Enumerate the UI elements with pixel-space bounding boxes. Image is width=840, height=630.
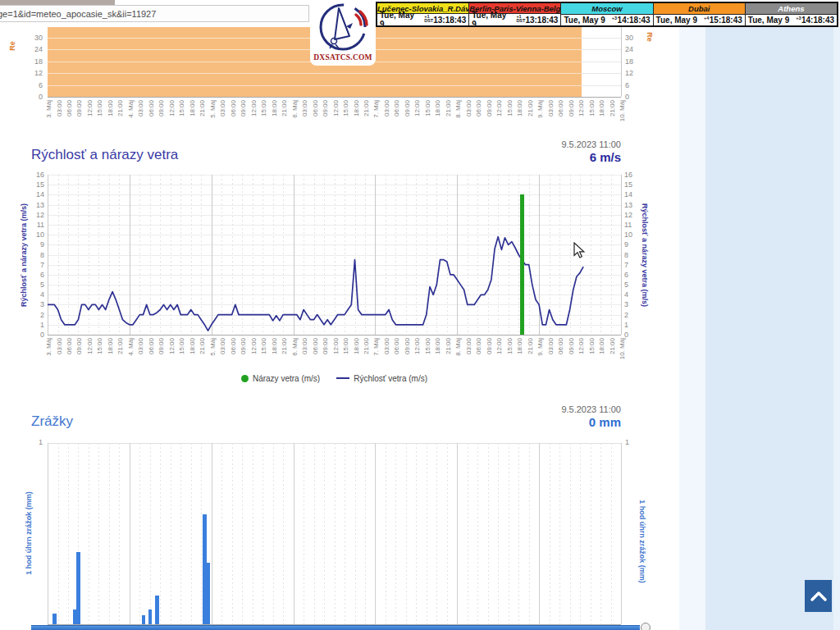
wind-ytick: 11 <box>624 221 642 229</box>
minor-gridline <box>160 443 161 624</box>
clock-city: Dubai <box>654 3 745 15</box>
clock-column: Lučenec-Slovakia_R.DávidTue, May 9+1DST1… <box>377 3 468 25</box>
clock-column: DubaiTue, May 9+415:18:43 <box>653 3 745 25</box>
clock-column: AthensTue, May 9+314:18:43 <box>745 3 837 25</box>
clock-date: Tue, May 9 <box>564 16 605 25</box>
top-ytick: 30 <box>25 34 43 42</box>
wind-ytick: 11 <box>26 221 44 229</box>
minor-gridline <box>171 443 171 624</box>
dxsatcs-logo[interactable]: DXSATCS.COM <box>310 2 376 66</box>
minor-gridline <box>345 443 345 624</box>
right-scrollbar-track[interactable] <box>833 27 840 630</box>
legend-item-speed[interactable]: Rýchlosť vetra (m/s) <box>336 374 427 383</box>
day-gridline <box>212 443 212 624</box>
wind-ytick: 16 <box>624 171 642 179</box>
top-ytick: 30 <box>625 34 643 42</box>
status-url-text: ge=1&id=meteo_apocasie_sk&ii=11927 <box>0 9 156 19</box>
minor-gridline <box>447 443 448 624</box>
range-selector-handle[interactable] <box>641 623 651 630</box>
clock-date: Tue, May 9 <box>748 16 789 25</box>
wind-ytick: 1 <box>26 321 44 329</box>
minor-gridline <box>89 443 89 624</box>
wind-chart-plot[interactable] <box>48 175 621 336</box>
clock-time: 13:18:43 <box>433 16 466 25</box>
clock-utc-offset: +1DST <box>516 15 525 23</box>
minor-gridline <box>611 443 612 624</box>
minor-gridline <box>436 443 437 624</box>
wind-ytick: 5 <box>26 281 44 289</box>
minor-gridline <box>324 443 325 624</box>
minor-gridline <box>518 443 519 624</box>
wind-ytick: 3 <box>624 300 642 308</box>
wind-ytick: 13 <box>624 201 642 209</box>
wind-ytick: 5 <box>624 281 642 289</box>
minor-gridline <box>570 443 571 624</box>
top-ytick: 12 <box>625 69 643 77</box>
minor-gridline <box>416 443 417 624</box>
rain-ytick-left: 1 <box>25 438 43 446</box>
minor-gridline <box>335 443 336 624</box>
minor-gridline <box>355 443 356 624</box>
wind-ytick: 4 <box>624 290 642 299</box>
minor-gridline <box>221 443 222 624</box>
range-selector-strip[interactable] <box>31 625 640 630</box>
rain-timestamp: 9.5.2023 11:00 <box>416 404 621 414</box>
minor-gridline <box>253 443 253 624</box>
right-panel <box>705 27 840 630</box>
wind-legend: Nárazy vetra (m/s) Rýchlosť vetra (m/s) <box>48 374 621 383</box>
wind-ytick: 9 <box>624 240 642 249</box>
clock-utc-offset: +4 <box>704 16 709 21</box>
rain-ytick-right: 1 <box>625 438 643 446</box>
minor-gridline <box>232 443 233 624</box>
right-pale-gutter <box>679 27 705 630</box>
minor-gridline <box>365 443 366 624</box>
weather-page: 3024181260 3024181260 3. Máj03:0006:0009… <box>0 0 840 630</box>
rain-ylabel-left: 1 hod úhrn zrážok (mm) <box>25 533 108 541</box>
clock-utc-offset: +3 <box>612 16 617 21</box>
wind-ytick: 12 <box>26 211 44 219</box>
speed-line-icon <box>336 377 349 379</box>
minor-gridline <box>477 443 478 624</box>
rain-current-readout: 9.5.2023 11:00 0 mm <box>416 404 621 429</box>
top-ytick: 24 <box>25 45 43 53</box>
minor-gridline <box>283 443 284 624</box>
wind-ytick: 12 <box>624 211 642 219</box>
wind-ytick: 1 <box>624 321 642 329</box>
minor-gridline <box>262 443 263 624</box>
x-tick-label: 10. Máj <box>619 100 640 107</box>
scroll-to-top-button[interactable] <box>805 580 832 612</box>
x-tick-label: 10. Máj <box>619 338 640 345</box>
top-chart-ylabel-right: Re <box>654 37 664 45</box>
clock-time: 15:18:43 <box>710 16 742 25</box>
minor-gridline <box>395 443 396 624</box>
minor-gridline <box>580 443 581 624</box>
minor-gridline <box>386 443 386 624</box>
day-gridline <box>621 443 622 624</box>
wind-ytick: 6 <box>26 271 44 279</box>
top-ytick: 18 <box>25 57 43 66</box>
day-gridline <box>539 443 540 624</box>
minor-gridline <box>191 443 192 624</box>
minor-gridline <box>406 443 407 624</box>
minor-gridline <box>119 443 120 624</box>
minor-gridline <box>559 443 560 624</box>
day-gridline <box>457 443 458 624</box>
minor-gridline <box>498 443 499 624</box>
minor-gridline <box>488 443 489 624</box>
top-ytick: 6 <box>25 81 43 89</box>
wind-current-value: 6 m/s <box>416 150 621 164</box>
clock-date: Tue, May 9 <box>656 16 697 25</box>
minor-gridline <box>529 443 530 624</box>
clock-time: 14:18:43 <box>801 16 834 25</box>
clock-date: Tue, May 9 <box>380 11 418 29</box>
clock-time-row: Tue, May 9+415:18:43 <box>654 15 745 25</box>
clock-time-row: Tue, May 9+1DST13:18:43 <box>377 14 468 25</box>
minor-gridline <box>509 443 509 624</box>
clock-time-row: Tue, May 9+314:18:43 <box>746 15 837 25</box>
wind-ytick: 9 <box>26 240 44 249</box>
wind-ytick: 14 <box>624 190 642 199</box>
legend-item-gusts[interactable]: Nárazy vetra (m/s) <box>241 374 320 383</box>
top-ytick: 12 <box>25 69 43 77</box>
clock-column: Berlin-Paris-Vienna-BelgradeTue, May 9+1… <box>468 3 560 25</box>
wind-ytick: 3 <box>26 300 44 308</box>
